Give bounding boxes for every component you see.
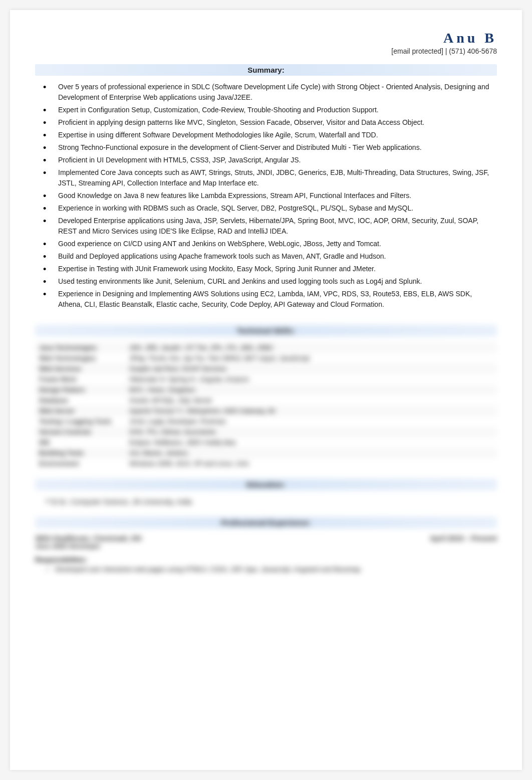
table-row: EnvironmentWindows 2008, 2013, XP and Li… (35, 458, 497, 469)
job-header: SEIU Healthcare, Cincinnati, OH April 20… (35, 534, 497, 542)
summary-header: Summary: (35, 64, 497, 76)
skill-category: Design Pattern (35, 384, 125, 395)
summary-item: Implemented Core Java concepts such as A… (49, 167, 497, 188)
skill-category: Web Server (35, 406, 125, 416)
summary-item: Good experience on CI/CD using ANT and J… (49, 239, 497, 249)
table-row: Frame WorkHibernate 3+ Spring 4+, Angula… (35, 374, 497, 384)
skill-category: Testing / Logging Tools (35, 416, 125, 427)
skill-category: Environment (35, 458, 125, 469)
skill-detail: Ant, Maven, Jenkins (125, 448, 497, 458)
summary-item: Over 5 years of professional experience … (49, 82, 497, 103)
summary-item: Developed Enterprise applications using … (49, 216, 497, 237)
skill-category: Database (35, 395, 125, 406)
job-role: Java J2EE Developer (35, 542, 497, 550)
summary-item: Strong Techno-Functional exposure in the… (49, 142, 497, 153)
summary-item: Experience in Designing and Implementing… (49, 289, 497, 310)
table-row: Design PatternMVC, Views, Singleton (35, 384, 497, 395)
skill-detail: Windows 2008, 2013, XP and Linux, Unix (125, 458, 497, 469)
header: Anu B [email protected] | (571) 406-5678 (35, 30, 497, 55)
blurred-content: Technical Skills: Java TechnologiesJDK, … (35, 325, 497, 573)
job-dates: April 2019 – Present (430, 534, 497, 542)
table-row: Testing / Logging ToolsJUnit, Log4j, Dev… (35, 416, 497, 427)
summary-item: Used testing environments like Junit, Se… (49, 276, 497, 287)
table-row: DatabaseOracle, MYSQL, SQL Server (35, 395, 497, 406)
table-row: Web ServicesSoaplis Jad Rest, SOAP Servi… (35, 363, 497, 374)
summary-item: Expertise in using different Software De… (49, 130, 497, 140)
summary-item: Expertise in Testing with JUnit Framewor… (49, 264, 497, 274)
skill-category: Version Controls (35, 427, 125, 437)
skill-detail: SVN, TFs, Github, Sourcetree (125, 427, 497, 437)
summary-item: Expert in Configuration Setup, Customiza… (49, 105, 497, 115)
summary-item: Build and Deployed applications using Ap… (49, 251, 497, 262)
resume-page: Anu B [email protected] | (571) 406-5678… (10, 10, 522, 770)
skills-header: Technical Skills: (35, 325, 497, 336)
skill-detail: Hibernate 3+ Spring 4+, Angular, Amazon (125, 374, 497, 384)
education-item: B.Sc. Computer Science, JN University, I… (35, 496, 497, 507)
skill-category: Web Services (35, 363, 125, 374)
skill-detail: Oracle, MYSQL, SQL Server (125, 395, 497, 406)
skill-detail: JUnit, Log4j, Developer, Postman (125, 416, 497, 427)
skill-detail: Soaplis Jad Rest, SOAP Services (125, 363, 497, 374)
summary-item: Proficient in applying design patterns l… (49, 117, 497, 128)
skill-detail: Eclipse, NetBeans, JDEV Intellij Idea (125, 437, 497, 448)
summary-item: Proficient in UI Development with HTML5,… (49, 155, 497, 165)
responsibilities-label: Responsibilities: (35, 556, 497, 563)
table-row: Web TechnologiesJPlay, Thunk, Ext, Jqx T… (35, 353, 497, 363)
experience-header: Professional Experience: (35, 517, 497, 528)
table-row: Web ServerApache Tomcat 7+, Websphere, A… (35, 406, 497, 416)
skill-category: IDE (35, 437, 125, 448)
summary-item: Experience in working with RDBMS such as… (49, 203, 497, 214)
table-row: Java TechnologiesJDK, JRE, Java8+, NT Ti… (35, 342, 497, 353)
summary-list: Over 5 years of professional experience … (35, 82, 497, 310)
education-header: Education: (35, 479, 497, 490)
skill-detail: JDK, JRE, Java8+, NT Tier, JPA, JTA, JMS… (125, 342, 497, 353)
skill-detail: Apache Tomcat 7+, Websphere, AWS Gateway… (125, 406, 497, 416)
table-row: Version ControlsSVN, TFs, Github, Source… (35, 427, 497, 437)
skill-detail: MVC, Views, Singleton (125, 384, 497, 395)
skill-category: Frame Work (35, 374, 125, 384)
skill-category: Web Technologies (35, 353, 125, 363)
summary-item: Good Knowledge on Java 8 new features li… (49, 190, 497, 201)
skill-category: Java Technologies (35, 342, 125, 353)
skill-detail: JPlay, Thunk, Ext, Jqx Tsx, Test JWINJ, … (125, 353, 497, 363)
responsibility-item: Developed user interactive web pages usi… (35, 565, 497, 573)
skills-table: Java TechnologiesJDK, JRE, Java8+, NT Ti… (35, 342, 497, 469)
skill-category: Building Tools (35, 448, 125, 458)
table-row: Building ToolsAnt, Maven, Jenkins (35, 448, 497, 458)
company-name: SEIU Healthcare, Cincinnati, OH (35, 534, 141, 542)
candidate-name: Anu B (35, 30, 497, 46)
contact-info: [email protected] | (571) 406-5678 (35, 47, 497, 55)
table-row: IDEEclipse, NetBeans, JDEV Intellij Idea (35, 437, 497, 448)
